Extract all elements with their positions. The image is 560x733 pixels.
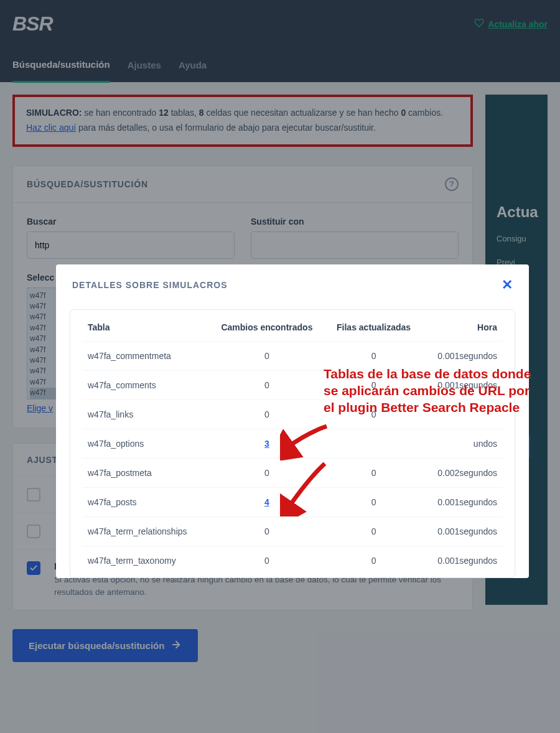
notice-t4: cambios. — [406, 108, 443, 118]
cell-found: 0 — [208, 546, 325, 576]
cell-table: w47fa_posts — [83, 488, 208, 517]
cell-table: w47fa_commentmeta — [83, 342, 208, 371]
cell-table: w47fa_postmeta — [83, 459, 208, 488]
notice-tables: 12 — [159, 108, 169, 118]
notice-changes: 0 — [401, 108, 406, 118]
close-icon[interactable]: ✕ — [502, 277, 513, 293]
top-bar: BSR Actualiza ahor — [0, 0, 560, 48]
promo-sub: Consigu — [497, 233, 536, 245]
tab-help[interactable]: Ayuda — [179, 49, 207, 82]
update-label: Actualiza ahor — [488, 19, 548, 29]
setting-checkbox-dryrun[interactable] — [27, 561, 40, 575]
cell-found: 0 — [208, 342, 325, 371]
simulacro-modal: DETALLES SOBRE SIMULACROS ✕ Tabla Cambio… — [56, 264, 529, 578]
cell-table: w47fa_links — [83, 400, 208, 429]
setting-checkbox-2[interactable] — [27, 525, 40, 538]
notice-t1: se han encontrado — [82, 108, 159, 118]
table-row: w47fa_term_relationships000.001segundos — [83, 517, 502, 546]
notice-t3: celdas que necesitan actualizarse y se h… — [204, 108, 401, 118]
cell-rows: 0 — [325, 488, 422, 517]
panel-title: BÚSQUEDA/SUSTITUCIÓN — [27, 179, 148, 189]
cell-rows: 0 — [325, 459, 422, 488]
logo: BSR — [12, 12, 53, 35]
tab-search-replace[interactable]: Búsqueda/sustitución — [12, 48, 110, 83]
cell-table: w47fa_comments — [83, 371, 208, 400]
th-rows: Filas actualizadas — [325, 310, 422, 342]
notice-t2: tablas, — [169, 108, 199, 118]
heart-icon — [474, 18, 484, 30]
tabs-row: Búsqueda/sustitución Ajustes Ayuda — [0, 48, 560, 82]
annotation-arrow-2 — [280, 460, 330, 516]
th-table: Tabla — [83, 310, 208, 342]
run-button[interactable]: Ejecutar búsqueda/sustitución — [12, 629, 198, 662]
cell-table: w47fa_options — [83, 429, 208, 459]
replace-input[interactable] — [251, 231, 459, 259]
help-icon[interactable]: ? — [445, 177, 459, 191]
cell-time: 0.001segundos — [422, 517, 502, 546]
arrow-right-icon — [170, 639, 182, 652]
promo-title: Actua — [497, 203, 536, 221]
update-link[interactable]: Actualiza ahor — [474, 18, 548, 30]
th-time: Hora — [422, 310, 502, 342]
found-link[interactable]: 3 — [264, 439, 269, 449]
found-link[interactable]: 4 — [264, 497, 269, 507]
annotation-text: Tablas de la base de datos donde se apli… — [324, 366, 535, 416]
cell-table: w47fa_term_relationships — [83, 517, 208, 546]
search-input[interactable] — [27, 231, 235, 259]
cell-rows: 0 — [325, 546, 422, 576]
elige-link[interactable]: Elige v — [27, 403, 53, 413]
modal-title: DETALLES SOBRE SIMULACROS — [72, 280, 228, 290]
simulacro-notice: SIMULACRO: se han encontrado 12 tablas, … — [12, 95, 473, 147]
th-found: Cambios encontrados — [208, 310, 325, 342]
cell-time: undos — [422, 429, 502, 459]
search-label: Buscar — [27, 217, 235, 226]
run-button-label: Ejecutar búsqueda/sustitución — [29, 640, 164, 651]
replace-label: Sustituir con — [251, 217, 459, 226]
tab-settings[interactable]: Ajustes — [128, 49, 161, 82]
annotation-arrow-1 — [280, 423, 330, 460]
cell-time: 0.001segundos — [422, 488, 502, 517]
table-row: w47fa_term_taxonomy000.001segundos — [83, 546, 502, 576]
cell-table: w47fa_term_taxonomy — [83, 546, 208, 576]
cell-time: 0.002segundos — [422, 459, 502, 488]
notice-cells: 8 — [199, 108, 204, 118]
cell-found: 0 — [208, 371, 325, 400]
notice-t5: para más detalles, o usa el formulario d… — [76, 123, 376, 133]
cell-rows — [325, 429, 422, 459]
notice-details-link[interactable]: Haz clic aquí — [26, 123, 76, 133]
notice-prefix: SIMULACRO: — [26, 108, 82, 118]
cell-rows: 0 — [325, 517, 422, 546]
setting-checkbox-1[interactable] — [27, 488, 40, 502]
cell-found: 0 — [208, 517, 325, 546]
cell-time: 0.001segundos — [422, 546, 502, 576]
